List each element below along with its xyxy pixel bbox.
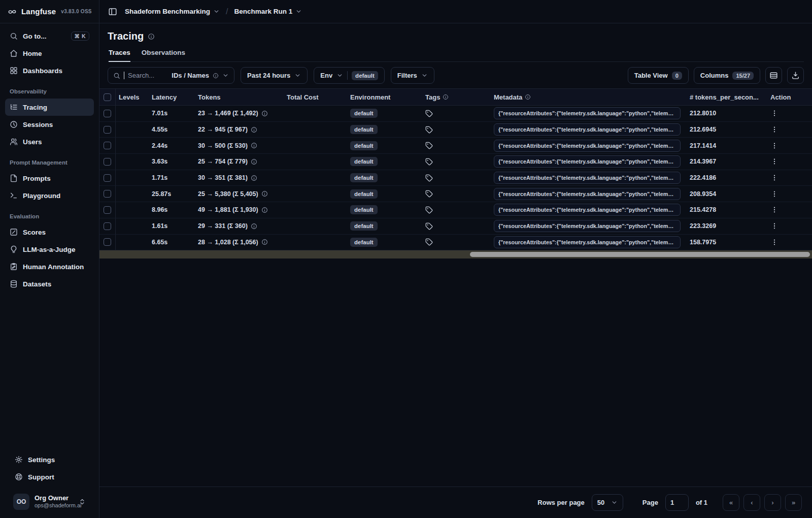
info-icon[interactable] [261,190,268,197]
info-icon[interactable] [251,126,257,133]
row-checkbox[interactable] [104,110,111,117]
sidebar-item-playground[interactable]: Playground [5,187,94,204]
kebab-menu-icon[interactable] [770,238,779,246]
tag-icon[interactable] [425,142,433,149]
table-row[interactable]: 8.96s 49 → 1,881 (Σ 1,930) default {"res… [99,202,812,218]
table-view-button[interactable]: Table View 0 [628,67,689,84]
kebab-menu-icon[interactable] [770,109,779,117]
tag-icon[interactable] [425,158,433,166]
metadata-pill[interactable]: {"resourceAttributes":{"telemetry.sdk.la… [494,123,681,136]
last-page-button[interactable]: » [785,494,802,511]
kebab-menu-icon[interactable] [770,125,779,134]
columns-button[interactable]: Columns 15/27 [694,67,760,84]
tag-icon[interactable] [425,206,433,214]
table-row[interactable]: 6.65s 28 → 1,028 (Σ 1,056) default {"res… [99,235,812,251]
sidebar-item-support[interactable]: Support [10,468,89,485]
row-checkbox[interactable] [104,126,111,134]
row-checkbox[interactable] [104,238,111,246]
rows-per-page-select[interactable]: 50 [592,494,623,511]
metadata-pill[interactable]: {"resourceAttributes":{"telemetry.sdk.la… [494,140,681,152]
time-range-button[interactable]: Past 24 hours [241,67,308,84]
col-tokens[interactable]: Tokens [196,93,285,101]
sidebar-item-home[interactable]: Home [5,45,94,62]
row-checkbox[interactable] [104,222,111,230]
info-icon[interactable] [261,110,268,117]
filters-button[interactable]: Filters [391,67,434,84]
kebab-menu-icon[interactable] [770,157,779,166]
sidebar-item-users[interactable]: Users [5,133,94,150]
table-row[interactable]: 4.55s 22 → 945 (Σ 967) default {"resourc… [99,122,812,138]
scrollbar-thumb[interactable] [470,252,810,257]
prev-page-button[interactable]: ‹ [743,494,760,511]
tag-icon[interactable] [425,190,433,198]
sidebar-item-sessions[interactable]: Sessions [5,116,94,133]
table-row[interactable]: 7.01s 23 → 1,469 (Σ 1,492) default {"res… [99,106,812,122]
next-page-button[interactable]: › [764,494,781,511]
info-icon[interactable] [251,223,257,230]
metadata-pill[interactable]: {"resourceAttributes":{"telemetry.sdk.la… [494,236,681,248]
select-all-checkbox[interactable] [104,93,111,101]
info-icon[interactable] [261,239,268,245]
user-menu[interactable]: OO Org Owner ops@shadeform.ai [10,490,89,512]
table-row[interactable]: 1.61s 29 → 331 (Σ 360) default {"resourc… [99,218,812,235]
sidebar-item-datasets[interactable]: Datasets [5,275,94,293]
sidebar-item-human-annotation[interactable]: Human Annotation [5,258,94,275]
table-row[interactable]: 25.87s 25 → 5,380 (Σ 5,405) default {"re… [99,186,812,202]
export-button[interactable] [787,67,804,84]
row-height-button[interactable] [765,67,782,84]
sidebar-item-scores[interactable]: Scores [5,223,94,241]
tag-icon[interactable] [425,174,433,182]
row-checkbox[interactable] [104,142,111,149]
metadata-pill[interactable]: {"resourceAttributes":{"telemetry.sdk.la… [494,220,681,232]
goto-search-item[interactable]: Go to... ⌘ K [5,27,94,45]
sidebar-item-prompts[interactable]: Prompts [5,170,94,187]
table-row[interactable]: 3.63s 25 → 754 (Σ 779) default {"resourc… [99,154,812,170]
page-number-input[interactable] [665,494,689,511]
search-input[interactable]: Search... IDs / Names [108,67,234,84]
tag-icon[interactable] [425,126,433,134]
kebab-menu-icon[interactable] [770,222,779,230]
env-filter-button[interactable]: Env default [314,67,385,84]
tag-icon[interactable] [425,110,433,117]
metadata-pill[interactable]: {"resourceAttributes":{"telemetry.sdk.la… [494,107,681,119]
info-icon[interactable] [251,142,257,149]
metadata-pill[interactable]: {"resourceAttributes":{"telemetry.sdk.la… [494,172,681,184]
first-page-button[interactable]: « [723,494,739,511]
col-tags[interactable]: Tags [423,93,493,101]
col-tokens-per-second[interactable]: # tokens_per_secon... [686,93,764,101]
metadata-pill[interactable]: {"resourceAttributes":{"telemetry.sdk.la… [494,188,681,200]
row-checkbox[interactable] [104,174,111,182]
col-metadata[interactable]: Metadata [493,93,686,101]
tab-traces[interactable]: Traces [109,49,130,62]
col-latency[interactable]: Latency [148,93,196,101]
kebab-menu-icon[interactable] [770,142,779,150]
info-icon[interactable] [251,175,257,181]
sidebar-item-tracing[interactable]: Tracing [5,99,94,116]
horizontal-scrollbar[interactable] [99,250,812,258]
sidebar-item-llm-as-a-judge[interactable]: LLM-as-a-Judge [5,241,94,258]
sidebar-item-settings[interactable]: Settings [10,451,89,468]
row-checkbox[interactable] [104,158,111,166]
tag-icon[interactable] [425,238,433,246]
sidebar-toggle-button[interactable] [106,5,120,19]
row-checkbox[interactable] [104,190,111,198]
info-icon[interactable] [261,207,268,213]
info-icon[interactable] [251,158,257,165]
kebab-menu-icon[interactable] [770,174,779,182]
metadata-pill[interactable]: {"resourceAttributes":{"telemetry.sdk.la… [494,155,681,168]
col-levels[interactable]: Levels [116,93,148,101]
org-selector[interactable]: Shadeform Benchmarking [125,8,220,15]
table-row[interactable]: 1.71s 30 → 351 (Σ 381) default {"resourc… [99,170,812,186]
col-environment[interactable]: Environment [348,93,423,101]
tab-observations[interactable]: Observations [142,49,185,62]
kebab-menu-icon[interactable] [770,206,779,214]
metadata-pill[interactable]: {"resourceAttributes":{"telemetry.sdk.la… [494,204,681,216]
row-checkbox[interactable] [104,206,111,214]
kebab-menu-icon[interactable] [770,190,779,198]
info-icon[interactable] [148,33,155,40]
col-total-cost[interactable]: Total Cost [285,93,348,101]
table-row[interactable]: 2.44s 30 → 500 (Σ 530) default {"resourc… [99,138,812,154]
project-selector[interactable]: Benchmark Run 1 [234,8,302,15]
sidebar-item-dashboards[interactable]: Dashboards [5,62,94,79]
tag-icon[interactable] [425,222,433,230]
